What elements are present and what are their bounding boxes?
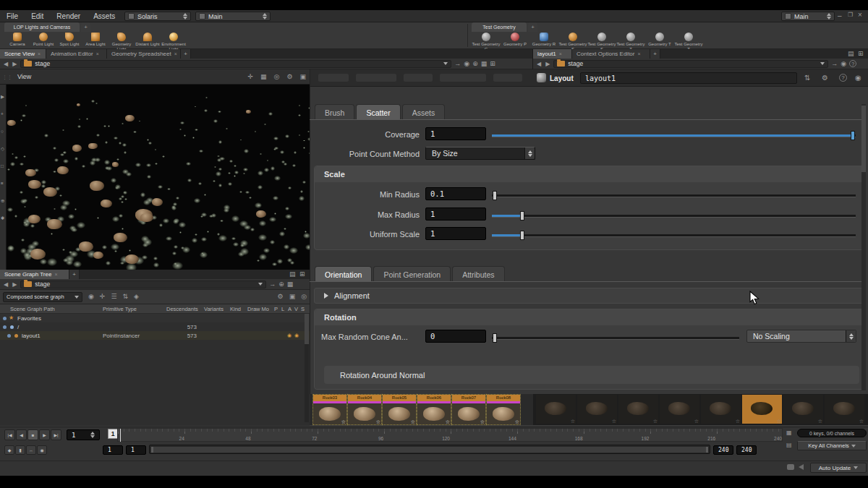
range-slider[interactable] <box>149 445 710 454</box>
window-close-button[interactable]: × <box>858 12 862 19</box>
favorite-star-icon[interactable]: ☆ <box>446 419 450 424</box>
alignment-collapsible[interactable]: Alignment <box>314 288 865 304</box>
table-row[interactable]: ★ Favorites <box>0 314 310 322</box>
go-to-start-button[interactable]: |◀ <box>4 429 15 440</box>
favorite-star-icon[interactable]: ☆ <box>818 419 822 424</box>
translate-tool-icon[interactable]: + <box>1 112 4 117</box>
scaling-dropdown[interactable]: No Scaling <box>746 330 856 343</box>
shelf-tool-camera[interactable]: Camera <box>4 33 30 47</box>
expand-dot-icon[interactable] <box>3 325 7 329</box>
channels-panel-icon[interactable]: ▤ <box>786 442 792 448</box>
col-l[interactable]: L <box>281 306 284 312</box>
jump-icon[interactable]: → <box>831 61 838 67</box>
shelf-tool-testgeo-7[interactable]: Geometry T <box>645 33 674 47</box>
close-icon[interactable]: × <box>54 272 57 277</box>
eye-icon[interactable]: ◉ <box>88 294 94 300</box>
sort-icon[interactable]: ⇅ <box>122 294 128 300</box>
expand-dot-icon[interactable] <box>3 317 7 320</box>
visibility-flag-icon[interactable]: ◉ <box>287 333 292 338</box>
favorite-star-icon[interactable]: ☆ <box>571 419 575 424</box>
tab-point-generation[interactable]: Point Generation <box>373 266 451 282</box>
filter-icon[interactable]: ◈ <box>134 294 139 300</box>
add-tool-icon[interactable]: ⊕ <box>1 199 4 204</box>
min-radius-field[interactable]: 0.1 <box>425 187 486 200</box>
collapse-triangle-icon[interactable] <box>324 293 328 299</box>
pane-split-icon[interactable]: ▤ <box>848 51 854 57</box>
display-options-icon[interactable]: ▦ <box>287 281 294 288</box>
stage-path-field-right[interactable]: stage <box>553 60 828 68</box>
path-spinner[interactable] <box>258 283 263 286</box>
range-end-field[interactable]: 240 <box>713 445 733 455</box>
loop-mode-button[interactable]: ↔ <box>26 445 36 455</box>
back-arrow-icon[interactable]: ◀ <box>3 281 9 288</box>
display-mode-spinner[interactable] <box>75 296 79 299</box>
gear-icon[interactable]: ⚙ <box>278 294 284 300</box>
jump-icon[interactable]: → <box>269 281 276 288</box>
col-kind[interactable]: Kind <box>230 306 241 312</box>
asset-thumb[interactable]: ☆ <box>825 395 864 424</box>
tab-attributes[interactable]: Attributes <box>452 266 504 282</box>
gear-icon[interactable]: ⚙ <box>283 74 296 80</box>
window-minimize-button[interactable]: – <box>838 12 842 20</box>
forward-arrow-icon[interactable]: ▶ <box>12 281 17 288</box>
pane-maximize-icon[interactable]: ⊞ <box>858 51 864 57</box>
realtime-toggle-button[interactable]: ▮ <box>15 445 25 455</box>
add-pane-tab-button-right[interactable]: + <box>650 49 660 59</box>
go-to-end-button[interactable]: ▶| <box>51 429 61 440</box>
favorite-star-icon[interactable]: ☆ <box>653 419 658 424</box>
drag-handle-icon[interactable]: ⋮⋮ <box>0 74 14 80</box>
grid-toggle-icon[interactable]: ▦ <box>257 74 271 80</box>
back-arrow-icon[interactable]: ◀ <box>3 61 9 67</box>
viewport-canvas[interactable] <box>7 85 310 270</box>
list-icon[interactable]: ☰ <box>111 294 116 300</box>
col-primitive-type[interactable]: Primitive Type <box>103 306 137 312</box>
pin-icon[interactable]: ◉ <box>841 61 846 67</box>
audio-icon[interactable] <box>799 464 804 470</box>
asset-thumb[interactable]: ☆ <box>783 395 823 424</box>
menu-assets[interactable]: Assets <box>87 12 122 20</box>
expand-dot-icon[interactable] <box>7 334 11 338</box>
max-radius-slider-handle[interactable] <box>520 211 524 221</box>
play-button[interactable]: ▶ <box>39 429 50 440</box>
col-a[interactable]: A <box>288 306 292 312</box>
window-maximize-button[interactable]: ❐ <box>848 12 853 18</box>
table-row[interactable]: layout1 PointInstancer 573 ◉ ◉ <box>0 331 310 340</box>
menu-file[interactable]: File <box>0 12 25 20</box>
sgt-pane-split-icon[interactable]: ▤ <box>289 271 296 278</box>
help-icon[interactable]: ? <box>839 74 847 82</box>
forward-arrow-icon[interactable]: ▶ <box>545 61 550 67</box>
handles-tool-icon[interactable]: □ <box>1 164 4 169</box>
max-radius-slider[interactable] <box>492 215 856 217</box>
favorite-star-icon[interactable]: ☆ <box>480 419 485 424</box>
display-mode-dropdown[interactable]: Composed scene graph <box>3 292 82 302</box>
sgt-add-tab-button[interactable]: + <box>69 270 80 279</box>
scale-tool-icon[interactable]: ◇ <box>1 147 4 152</box>
tab-scene-view[interactable]: Scene View× <box>0 49 46 59</box>
favorite-star-icon[interactable]: ☆ <box>777 419 781 424</box>
col-v[interactable]: V <box>294 306 298 312</box>
favorite-star-icon[interactable]: ☆ <box>736 419 740 424</box>
scale-section-header[interactable]: Scale <box>315 166 864 182</box>
link-icon[interactable]: ⊕ <box>472 61 478 67</box>
max-cone-field[interactable]: 0 <box>425 330 486 343</box>
select-tool-icon[interactable]: ▶ <box>1 95 4 100</box>
pane-divider[interactable] <box>532 49 533 69</box>
frame-spinner[interactable] <box>90 432 95 438</box>
stop-button[interactable]: ■ <box>27 429 38 440</box>
key-all-channels-button[interactable]: Key All Channels <box>797 441 867 450</box>
range-start-field[interactable]: 1 <box>103 445 123 455</box>
help-icon[interactable]: ? <box>849 60 856 67</box>
gallery-item-rock05[interactable]: Rock05 ☆ <box>383 395 416 424</box>
list-tool-icon[interactable]: ≡ <box>1 181 4 187</box>
gallery-item-rock04[interactable]: Rock04 ☆ <box>348 395 381 424</box>
point-count-method-dropdown[interactable]: By Size <box>425 147 535 160</box>
gallery-item-rock08[interactable]: Rock08 ☆ <box>487 395 520 424</box>
tab-layout1[interactable]: layout1× <box>533 49 572 59</box>
tab-scene-graph-tree[interactable]: Scene Graph Tree× <box>0 270 69 279</box>
coverage-slider-handle[interactable] <box>851 131 855 140</box>
tab-orientation[interactable]: Orientation <box>315 266 372 282</box>
keyframe-options-button[interactable]: ◆ <box>4 445 14 455</box>
viewport-layout-icon[interactable]: ▣ <box>296 74 310 80</box>
expand-icon[interactable]: ✛ <box>100 294 106 300</box>
shelf-tab-test-geometry[interactable]: Test Geometry <box>472 22 527 32</box>
